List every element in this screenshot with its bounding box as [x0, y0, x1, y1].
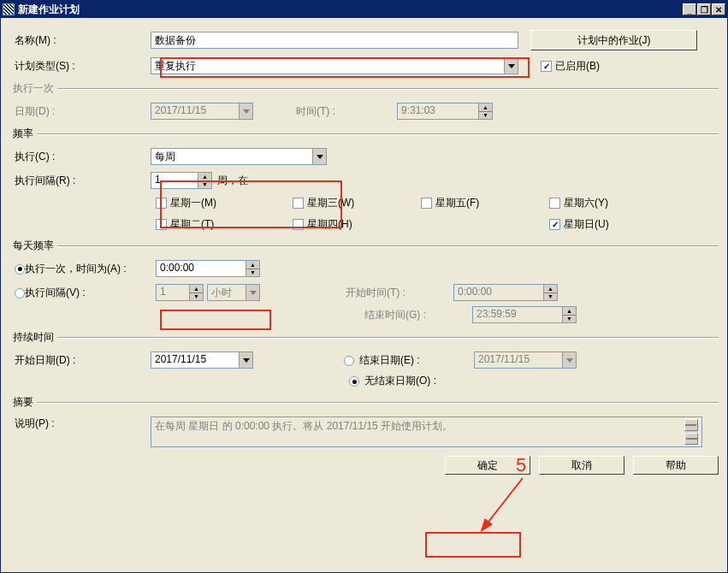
close-button[interactable]: ✕: [712, 3, 725, 15]
once-time-label: 时间(T) :: [291, 104, 335, 119]
mon-checkbox[interactable]: [156, 198, 167, 209]
tue-checkbox[interactable]: [156, 219, 167, 230]
help-button[interactable]: 帮助: [633, 456, 719, 475]
thu-checkbox[interactable]: [293, 219, 304, 230]
freq-group-label: 频率: [9, 127, 37, 141]
chevron-down-icon[interactable]: [504, 58, 518, 74]
end-date-label: 结束日期(E) :: [359, 353, 474, 368]
wed-checkbox[interactable]: [293, 198, 304, 209]
schedule-type-label: 计划类型(S) :: [9, 59, 151, 74]
daily-start-label: 开始时间(T) :: [346, 286, 453, 300]
daily-once-radio[interactable]: [15, 264, 25, 275]
once-date-label: 日期(D) :: [9, 104, 151, 119]
titlebar: 新建作业计划 _ ❐ ✕: [1, 1, 727, 18]
no-end-date-label: 无结束日期(O) :: [364, 374, 436, 388]
scroll-up-icon[interactable]: [684, 419, 698, 431]
sat-checkbox[interactable]: [549, 198, 560, 209]
chevron-down-icon: [246, 285, 259, 300]
sun-checkbox[interactable]: ✓: [549, 219, 560, 230]
chevron-down-icon[interactable]: [312, 149, 326, 164]
once-date-picker: 2017/11/15: [151, 103, 253, 120]
app-icon: [3, 3, 15, 15]
daily-once-time[interactable]: 0:00:00 ▲▼: [156, 260, 260, 277]
annotation-arrow: [476, 474, 527, 541]
freq-interval-unit: 周，在: [217, 174, 248, 188]
name-label: 名称(M) :: [9, 33, 151, 48]
daily-interval-label: 执行间隔(V) :: [25, 286, 156, 300]
daily-once-label: 执行一次，时间为(A) :: [25, 262, 156, 276]
dialog-window: 新建作业计划 _ ❐ ✕ 名称(M) : 计划中的作业(J) 计划类型(S) :…: [0, 0, 728, 573]
daily-interval-n: 1 ▲▼: [156, 284, 204, 301]
restore-button[interactable]: ❐: [697, 3, 711, 15]
duration-group-label: 持续时间: [9, 330, 57, 345]
once-time-input: 9:31:03 ▲▼: [397, 103, 493, 120]
schedule-type-value: 重复执行: [151, 58, 504, 74]
summary-group-label: 摘要: [9, 395, 37, 410]
daily-end-label: 结束时间(G) :: [364, 308, 472, 322]
jobs-in-schedule-button[interactable]: 计划中的作业(J): [530, 30, 697, 50]
window-title: 新建作业计划: [18, 3, 683, 17]
no-end-date-radio[interactable]: [349, 376, 359, 387]
duration-end-date: 2017/11/15: [474, 351, 577, 369]
daily-group-label: 每天频率: [9, 239, 57, 253]
name-input[interactable]: [151, 32, 518, 49]
daily-end-time: 23:59:59 ▲▼: [472, 306, 577, 323]
scrollbar[interactable]: [684, 419, 698, 445]
daily-start-time: 0:00:00 ▲▼: [453, 284, 558, 301]
dialog-content: 名称(M) : 计划中的作业(J) 计划类型(S) : 重复执行 ✓ 已启用(B…: [1, 18, 727, 572]
duration-start-label: 开始日期(D) :: [9, 353, 151, 368]
freq-interval-label: 执行间隔(R) :: [9, 174, 151, 188]
svg-line-0: [482, 478, 523, 529]
scroll-down-icon[interactable]: [684, 433, 698, 445]
cancel-button[interactable]: 取消: [539, 456, 624, 475]
schedule-type-combo[interactable]: 重复执行: [151, 57, 518, 74]
chevron-down-icon: [562, 352, 576, 368]
fri-checkbox[interactable]: [421, 198, 432, 209]
summary-desc-label: 说明(P) :: [9, 416, 151, 431]
daily-interval-radio[interactable]: [15, 288, 25, 298]
enabled-label: 已启用(B): [555, 59, 600, 74]
freq-interval-spin[interactable]: 1 ▲▼: [151, 172, 212, 189]
freq-exec-label: 执行(C) :: [9, 150, 151, 164]
end-date-radio[interactable]: [344, 356, 354, 366]
minimize-button[interactable]: _: [683, 3, 696, 15]
duration-start-date[interactable]: 2017/11/15: [151, 351, 253, 369]
summary-description: 在每周 星期日 的 0:00:00 执行。将从 2017/11/15 开始使用计…: [151, 416, 702, 447]
once-group-label: 执行一次: [9, 81, 57, 96]
daily-interval-unit: 小时: [207, 284, 260, 301]
freq-exec-combo[interactable]: 每周: [151, 148, 327, 165]
enabled-checkbox[interactable]: ✓: [541, 61, 552, 72]
chevron-down-icon[interactable]: [239, 352, 252, 368]
chevron-down-icon: [239, 103, 252, 119]
